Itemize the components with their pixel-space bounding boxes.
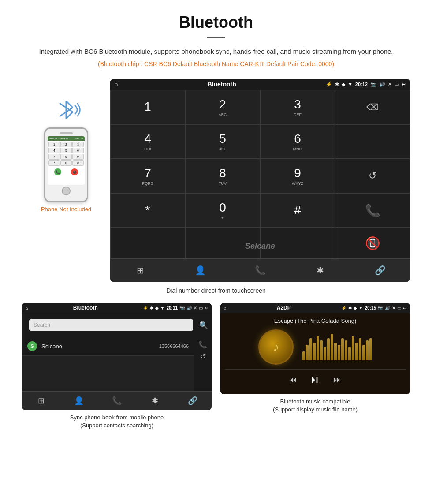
phonebook-x-icon: ✕ [194, 306, 197, 310]
dialer-call-button[interactable]: 📞 [335, 193, 410, 228]
eq-bar [352, 336, 354, 360]
dialer-bottom-phone-icon[interactable]: 📞 [230, 259, 290, 282]
phone-end-button[interactable]: 📵 [71, 168, 78, 175]
phonebook-bottom-bar: ⊞ 👤 📞 ✱ 🔗 [22, 391, 212, 410]
music-play-button[interactable]: ⏯ [310, 374, 320, 385]
phone-key-9[interactable]: 9 [72, 154, 84, 160]
svg-line-3 [66, 112, 73, 119]
phone-home-button[interactable] [62, 187, 71, 195]
dialer-rect-icon: ▭ [395, 82, 399, 87]
phone-speaker [60, 132, 73, 134]
phonebook-status-icons: ✱ ◆ ▼ 20:11 📷 🔊 ✕ ▭ ↩ [150, 306, 208, 310]
phonebook-search[interactable]: Search [29, 319, 193, 331]
phonebook-bottom-phone[interactable]: 📞 [98, 392, 136, 410]
phonebook-bottom-bt[interactable]: ✱ [136, 392, 174, 410]
dialer-key-7[interactable]: 7PQRS [110, 159, 185, 193]
phone-container: Add to Contacts MOTO 1 2 3 4 5 6 7 8 9 * [22, 79, 110, 213]
phonebook-right-refresh-icon[interactable]: ↺ [198, 352, 207, 361]
dialer-empty-r5c2 [185, 228, 260, 258]
music-controls: ⏮ ⏯ ⏭ [225, 369, 406, 390]
phonebook-vol-icon: 🔊 [186, 306, 192, 310]
phone-key-3[interactable]: 3 [72, 142, 84, 147]
eq-bar [313, 343, 316, 360]
eq-bar [317, 336, 319, 360]
title-divider [207, 37, 225, 38]
eq-bar [309, 338, 312, 360]
phonebook-caption: Sync phone-book from mobile phone (Suppo… [70, 414, 164, 429]
phone-key-6[interactable]: 6 [72, 148, 84, 153]
dialer-bottom-contact-icon[interactable]: 👤 [170, 259, 230, 282]
phonebook-empty-space [22, 356, 194, 391]
phonebook-caption-line1: Sync phone-book from mobile phone [70, 414, 164, 421]
phone-illustration: Add to Contacts MOTO 1 2 3 4 5 6 7 8 9 * [44, 127, 88, 202]
phonebook-bottom-link[interactable]: 🔗 [174, 392, 212, 410]
dialer-keypad: 1 2ABC 3DEF ⌫ 4GHI 5JKL 6MNO 7PQRS 8TUV … [110, 90, 410, 258]
phone-not-included-label: Phone Not Included [41, 206, 91, 213]
page-specs: (Bluetooth chip : CSR BC6 Default Blueto… [26, 60, 406, 67]
phonebook-search-icon[interactable]: 🔍 [199, 321, 208, 329]
music-rect-icon: ▭ [397, 306, 401, 310]
phonebook-bottom-grid[interactable]: ⊞ [22, 392, 60, 410]
dialer-key-5[interactable]: 5JKL [185, 124, 260, 159]
dialer-key-star[interactable]: * [110, 193, 185, 228]
dialer-key-1[interactable]: 1 [110, 90, 185, 124]
phonebook-title: Bluetooth [30, 305, 141, 311]
dialer-end-button[interactable]: 📵 [335, 228, 410, 258]
music-status-icons: ✱ ◆ ▼ 20:15 📷 🔊 ✕ ▭ ↩ [348, 306, 406, 310]
music-eq-bars [302, 334, 372, 360]
page-title: Bluetooth [26, 13, 406, 32]
phone-key-4[interactable]: 4 [48, 148, 60, 153]
music-next-button[interactable]: ⏭ [333, 375, 341, 385]
dialer-refresh[interactable]: ↺ [335, 159, 410, 193]
eq-bar [327, 338, 330, 360]
phone-key-8[interactable]: 8 [60, 154, 72, 160]
phone-key-5[interactable]: 5 [60, 148, 72, 153]
dialer-bottom-grid-icon[interactable]: ⊞ [110, 259, 170, 282]
dialer-outer: ⌂ Bluetooth ⚡ ✱ ◆ ▼ 20:12 📷 🔊 ✕ ▭ ↩ [110, 79, 410, 282]
phone-call-button[interactable]: 📞 [54, 168, 61, 175]
dialer-key-4[interactable]: 4GHI [110, 124, 185, 159]
dialer-usb-icon: ⚡ [326, 81, 332, 87]
music-home-icon: ⌂ [224, 306, 227, 310]
music-title: A2DP [228, 305, 339, 311]
bluetooth-signal [51, 97, 82, 125]
eq-bar [359, 338, 361, 360]
phonebook-right-phone-icon[interactable]: 📞 [198, 340, 207, 349]
music-prev-button[interactable]: ⏮ [289, 375, 297, 385]
dialer-key-0[interactable]: 0+ [185, 193, 260, 228]
eq-bar [345, 340, 347, 360]
dialer-key-6[interactable]: 6MNO [260, 124, 335, 159]
bottom-screenshots: ⌂ Bluetooth ⚡ ✱ ◆ ▼ 20:11 📷 🔊 ✕ ▭ ↩ [9, 303, 423, 429]
dialer-bottom-bt-icon[interactable]: ✱ [290, 259, 350, 282]
phonebook-bottom-contact[interactable]: 👤 [60, 392, 98, 410]
eq-bar [302, 351, 305, 360]
music-gps-icon: ◆ [354, 306, 357, 310]
dialer-time: 20:12 [355, 82, 368, 87]
dialer-key-8[interactable]: 8TUV [185, 159, 260, 193]
phone-key-7[interactable]: 7 [48, 154, 60, 160]
eq-bar [306, 345, 309, 360]
music-song-title: Escape (The Pina Colada Song) [274, 317, 356, 324]
music-usb-icon: ⚡ [341, 306, 346, 310]
phone-key-1[interactable]: 1 [48, 142, 60, 147]
phone-key-hash[interactable]: # [72, 160, 84, 166]
eq-bar [348, 347, 351, 360]
dialer-key-3[interactable]: 3DEF [260, 90, 335, 124]
top-section: Add to Contacts MOTO 1 2 3 4 5 6 7 8 9 * [9, 79, 423, 282]
page-description: Integrated with BC6 Bluetooth module, su… [26, 46, 406, 57]
phonebook-entry-seicane[interactable]: S Seicane 13566664466 [22, 337, 194, 356]
music-cover-area: ♪ [258, 329, 372, 365]
dialer-key-9[interactable]: 9WXYZ [260, 159, 335, 193]
dialer-key-hash[interactable]: # [260, 193, 335, 228]
phone-key-2[interactable]: 2 [60, 142, 72, 147]
phonebook-name: Seicane [41, 343, 159, 350]
phone-key-star[interactable]: * [48, 160, 60, 166]
dialer-backspace[interactable]: ⌫ [335, 90, 410, 124]
phone-key-0[interactable]: 0 [60, 160, 72, 166]
dialer-bottom-link-icon[interactable]: 🔗 [350, 259, 410, 282]
dialer-key-2[interactable]: 2ABC [185, 90, 260, 124]
music-time: 20:15 [365, 306, 376, 310]
music-album-art: ♪ [258, 329, 294, 365]
dialer-statusbar: ⌂ Bluetooth ⚡ ✱ ◆ ▼ 20:12 📷 🔊 ✕ ▭ ↩ [110, 79, 410, 90]
eq-bar [369, 338, 372, 360]
